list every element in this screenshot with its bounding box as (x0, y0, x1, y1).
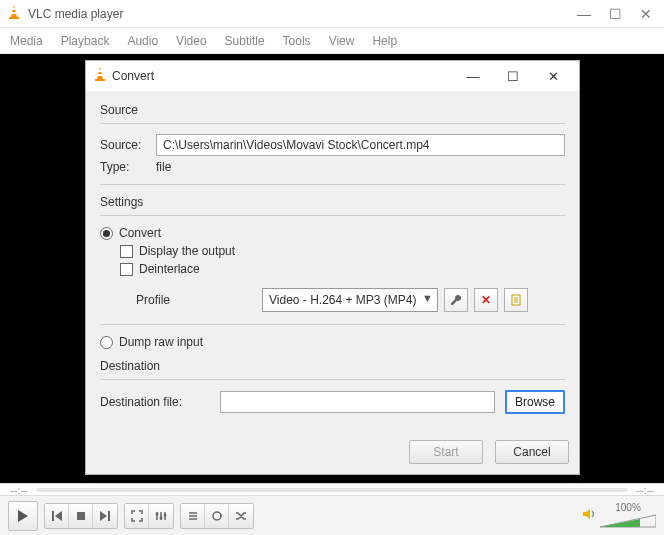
loop-button[interactable] (205, 504, 229, 528)
browse-button-label: Browse (515, 395, 555, 409)
menu-playback[interactable]: Playback (61, 34, 110, 48)
radio-icon (100, 336, 113, 349)
convert-radio-label: Convert (119, 226, 161, 240)
divider (100, 379, 565, 380)
divider (100, 324, 565, 325)
dialog-titlebar[interactable]: Convert — ☐ ✕ (86, 61, 579, 91)
svg-point-13 (156, 512, 159, 515)
dump-radio-label: Dump raw input (119, 335, 203, 349)
checkbox-icon (120, 245, 133, 258)
wrench-icon (450, 294, 462, 306)
dump-radio[interactable]: Dump raw input (100, 335, 565, 349)
chevron-down-icon: ▼ (422, 292, 433, 304)
convert-dialog: Convert — ☐ ✕ Source Source: Type: file … (85, 60, 580, 475)
menu-tools[interactable]: Tools (283, 34, 311, 48)
source-section-label: Source (100, 103, 565, 117)
start-button[interactable]: Start (409, 440, 483, 464)
svg-rect-2 (11, 12, 17, 14)
svg-marker-20 (583, 509, 590, 519)
svg-rect-7 (77, 512, 85, 520)
vlc-icon (92, 66, 108, 86)
profile-label: Profile (136, 293, 256, 307)
menu-help[interactable]: Help (372, 34, 397, 48)
radio-icon (100, 227, 113, 240)
profile-row: Profile Video - H.264 + MP3 (MP4) ▼ ✕ (136, 288, 565, 312)
svg-rect-9 (108, 511, 110, 521)
edit-profile-button[interactable] (444, 288, 468, 312)
dialog-maximize-button[interactable]: ☐ (493, 62, 533, 90)
start-button-label: Start (433, 445, 458, 459)
delete-profile-button[interactable]: ✕ (474, 288, 498, 312)
display-output-checkbox[interactable]: Display the output (120, 244, 565, 258)
time-remaining: --:-- (636, 484, 654, 496)
play-button[interactable] (8, 501, 38, 531)
cancel-button[interactable]: Cancel (495, 440, 569, 464)
menu-media[interactable]: Media (10, 34, 43, 48)
svg-rect-3 (9, 17, 19, 19)
new-profile-button[interactable] (504, 288, 528, 312)
cancel-button-label: Cancel (513, 445, 550, 459)
svg-rect-25 (97, 74, 103, 76)
svg-rect-24 (98, 70, 102, 72)
dialog-minimize-button[interactable]: — (453, 62, 493, 90)
browse-button[interactable]: Browse (505, 390, 565, 414)
menu-video[interactable]: Video (176, 34, 206, 48)
divider (100, 123, 565, 124)
settings-section-label: Settings (100, 195, 565, 209)
playlist-group (180, 503, 254, 529)
svg-marker-8 (100, 511, 107, 521)
source-label: Source: (100, 138, 156, 152)
shuffle-button[interactable] (229, 504, 253, 528)
minimize-button[interactable]: — (577, 6, 591, 22)
dialog-footer: Start Cancel (86, 432, 579, 474)
vlc-icon (6, 4, 22, 24)
main-menubar: Media Playback Audio Video Subtitle Tool… (0, 28, 664, 54)
seek-track[interactable] (36, 488, 629, 492)
divider (100, 215, 565, 216)
extended-settings-button[interactable] (149, 504, 173, 528)
svg-point-15 (164, 513, 167, 516)
seekbar[interactable]: --:-- --:-- (0, 483, 664, 495)
svg-marker-23 (97, 67, 103, 79)
stop-button[interactable] (69, 504, 93, 528)
main-titlebar: VLC media player — ☐ ✕ (0, 0, 664, 28)
checkbox-icon (120, 263, 133, 276)
new-file-icon (510, 294, 522, 306)
dialog-title: Convert (112, 69, 453, 83)
destination-file-input[interactable] (220, 391, 495, 413)
source-input[interactable] (156, 134, 565, 156)
type-value: file (156, 160, 171, 174)
speaker-icon[interactable] (582, 507, 596, 525)
destination-file-label: Destination file: (100, 395, 210, 409)
convert-radio[interactable]: Convert (100, 226, 565, 240)
delete-icon: ✕ (481, 293, 491, 307)
menu-view[interactable]: View (329, 34, 355, 48)
svg-rect-5 (52, 511, 54, 521)
profile-combobox[interactable]: Video - H.264 + MP3 (MP4) ▼ (262, 288, 438, 312)
svg-rect-1 (12, 8, 16, 10)
deinterlace-checkbox[interactable]: Deinterlace (120, 262, 565, 276)
menu-subtitle[interactable]: Subtitle (225, 34, 265, 48)
time-elapsed: --:-- (10, 484, 28, 496)
svg-point-14 (160, 516, 163, 519)
dialog-close-button[interactable]: ✕ (533, 62, 573, 90)
destination-section-label: Destination (100, 359, 565, 373)
close-button[interactable]: ✕ (640, 6, 652, 22)
transport-group (44, 503, 118, 529)
svg-marker-4 (18, 510, 28, 522)
volume-slider[interactable] (600, 513, 656, 529)
playlist-button[interactable] (181, 504, 205, 528)
volume-label: 100% (615, 502, 641, 513)
main-title: VLC media player (28, 7, 577, 21)
view-group (124, 503, 174, 529)
maximize-button[interactable]: ☐ (609, 6, 622, 22)
volume-control: 100% (582, 502, 656, 529)
menu-audio[interactable]: Audio (127, 34, 158, 48)
dialog-body: Source Source: Type: file Settings Conve… (86, 91, 579, 432)
previous-button[interactable] (45, 504, 69, 528)
next-button[interactable] (93, 504, 117, 528)
vlc-main-window: VLC media player — ☐ ✕ Media Playback Au… (0, 0, 664, 535)
main-window-controls: — ☐ ✕ (577, 6, 658, 22)
fullscreen-button[interactable] (125, 504, 149, 528)
deinterlace-label: Deinterlace (139, 262, 200, 276)
